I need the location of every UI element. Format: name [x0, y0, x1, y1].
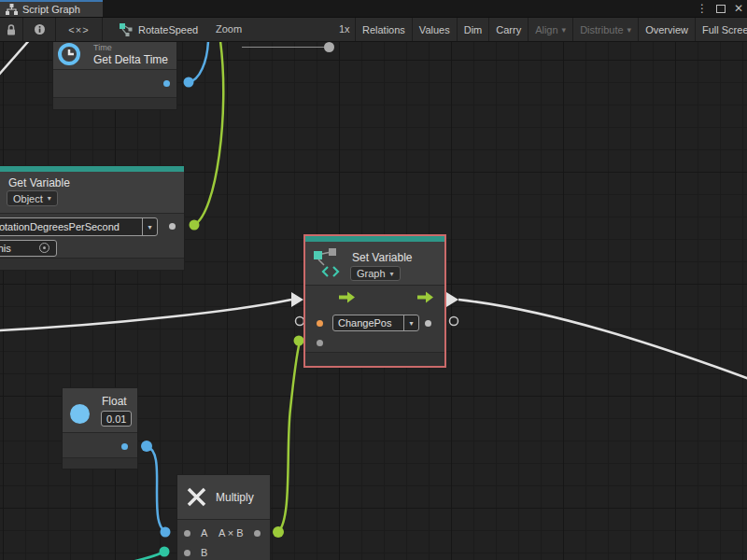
- overview-button[interactable]: Overview: [638, 18, 695, 41]
- chevron-down-icon: ▾: [562, 25, 567, 35]
- chevron-down-icon[interactable]: ▾: [142, 218, 157, 235]
- port-bubble-right: [450, 317, 458, 326]
- scope-value: Graph: [357, 268, 386, 279]
- variable-name-value: ChangePos: [333, 317, 403, 329]
- variable-name-field[interactable]: RotationDegreesPerSecond ▾: [0, 217, 158, 236]
- float-output-endpoint: [141, 441, 152, 452]
- maximize-icon[interactable]: [716, 5, 726, 13]
- float-body: [63, 432, 137, 458]
- control-out-arrow: [446, 292, 458, 307]
- node-title: Get Delta Time: [93, 53, 168, 66]
- relations-button[interactable]: Relations: [355, 18, 412, 41]
- delta-time-wire: [189, 42, 208, 82]
- graph-name: RotateSpeed: [138, 24, 198, 35]
- button-label: Overview: [645, 24, 688, 35]
- lock-button[interactable]: [0, 18, 23, 41]
- close-icon[interactable]: ✕: [734, 0, 743, 17]
- get-delta-time-body: [53, 69, 176, 98]
- align-dropdown[interactable]: Align ▾: [528, 18, 572, 41]
- button-label: Dim: [464, 24, 483, 35]
- node-title: Get Variable: [8, 176, 70, 189]
- dim-button[interactable]: Dim: [457, 18, 489, 41]
- toolbar-actions: Relations Values Dim Carry Align ▾ Distr…: [355, 18, 747, 41]
- breadcrumb[interactable]: RotateSpeed: [120, 18, 198, 41]
- get-delta-time-footer: [53, 97, 176, 109]
- node-multiply[interactable]: Multiply A A × B B: [176, 474, 271, 560]
- tab-bar: Script Graph ⋮ ✕: [0, 0, 747, 17]
- lock-icon: [6, 23, 17, 36]
- node-get-variable[interactable]: Get Variable Object ▾ RotationDegreesPer…: [0, 165, 185, 271]
- graph-asset-icon: [120, 23, 133, 36]
- node-get-delta-time[interactable]: Time Get Delta Time: [52, 42, 177, 110]
- button-label: Align: [535, 24, 557, 35]
- multiply-b-endpoint: [160, 547, 170, 557]
- clock-icon: [57, 42, 81, 66]
- zoom-label: Zoom: [216, 23, 242, 35]
- value-output-port[interactable]: [425, 320, 431, 327]
- window-menu-icon[interactable]: ⋮: [697, 0, 708, 17]
- graph-canvas[interactable]: Time Get Delta Time Get Variable Object …: [0, 42, 747, 560]
- info-icon: [34, 23, 46, 35]
- set-variable-footer: [305, 352, 444, 366]
- object-wire: [108, 553, 162, 560]
- get-variable-footer: [0, 258, 184, 270]
- tab-script-graph[interactable]: Script Graph: [0, 0, 103, 17]
- carry-button[interactable]: Carry: [488, 18, 528, 41]
- control-in-arrow: [291, 292, 303, 307]
- float-output-port[interactable]: [121, 443, 128, 450]
- variable-name-port[interactable]: [317, 320, 323, 327]
- node-float[interactable]: Float 0.01: [62, 387, 138, 469]
- zoom-slider-handle[interactable]: [324, 42, 334, 52]
- button-label: Full Screen: [702, 24, 747, 35]
- float-value-field[interactable]: 0.01: [101, 411, 132, 427]
- button-label: Carry: [496, 24, 521, 35]
- get-variable-header: Get Variable Object ▾: [0, 172, 184, 213]
- zoom-value: 1x: [339, 23, 350, 35]
- output-label: A × B: [218, 527, 244, 539]
- tab-label: Script Graph: [22, 4, 80, 15]
- value-input-port[interactable]: [317, 340, 323, 346]
- variable-name-field[interactable]: ChangePos ▾: [332, 315, 419, 331]
- node-title: Float: [102, 395, 127, 408]
- multiply-header: Multiply: [177, 475, 270, 519]
- get-variable-body: RotationDegreesPerSecond ▾ This: [0, 213, 184, 259]
- graph-toolbar: <×> RotateSpeed Zoom 1x Relations Values…: [0, 17, 747, 42]
- input-a-port[interactable]: [184, 530, 190, 537]
- variable-scope-dropdown[interactable]: Object ▾: [7, 190, 58, 206]
- button-label: Distribute: [580, 24, 623, 35]
- float-header: Float 0.01: [63, 388, 137, 432]
- edit-graph-button[interactable]: <×>: [56, 18, 103, 41]
- zoom-slider-track[interactable]: [242, 47, 330, 48]
- variable-name-value: RotationDegreesPerSecond: [0, 221, 142, 232]
- info-button[interactable]: [23, 18, 56, 41]
- scope-value: Object: [13, 193, 43, 204]
- float-icon: [70, 404, 90, 424]
- chevron-down-icon[interactable]: ▾: [403, 315, 418, 330]
- node-title: Set Variable: [352, 251, 412, 264]
- flow-out-port[interactable]: [417, 291, 433, 303]
- delta-output-port[interactable]: [163, 80, 170, 87]
- white-wire-topleft: [0, 42, 32, 76]
- chevron-down-icon: ▾: [48, 194, 51, 203]
- variable-output-port[interactable]: [169, 223, 176, 230]
- distribute-dropdown[interactable]: Distribute ▾: [572, 18, 638, 41]
- variable-scope-dropdown[interactable]: Graph ▾: [350, 266, 401, 281]
- get-variable-wire-endpoint: [190, 220, 200, 231]
- code-brackets-icon: <×>: [68, 24, 89, 35]
- get-variable-wire: [194, 42, 223, 225]
- node-set-variable[interactable]: Set Variable Graph ▾ ChangePos: [303, 234, 446, 368]
- float-value: 0.01: [102, 413, 131, 425]
- multiply-a-endpoint: [161, 527, 171, 538]
- input-b-port[interactable]: [184, 550, 190, 556]
- float-footer: [63, 457, 137, 469]
- set-variable-value-endpoint: [294, 336, 304, 346]
- multiply-icon: [184, 484, 209, 510]
- values-button[interactable]: Values: [412, 18, 457, 41]
- output-port[interactable]: [254, 530, 261, 537]
- graph-hierarchy-icon: [6, 4, 18, 15]
- full-screen-button[interactable]: Full Screen: [695, 18, 747, 41]
- object-picker-icon[interactable]: [39, 243, 49, 253]
- flow-in-port[interactable]: [339, 291, 355, 303]
- window-controls: ⋮ ✕: [697, 0, 743, 17]
- graph-variable-icon: [312, 248, 342, 278]
